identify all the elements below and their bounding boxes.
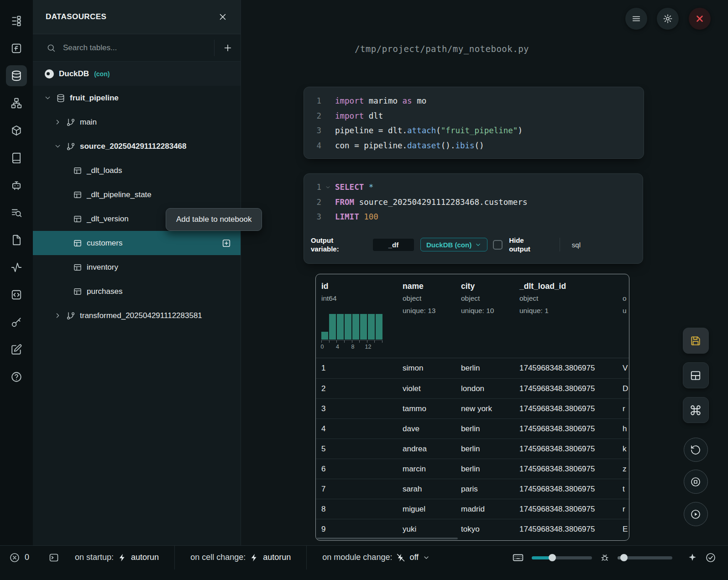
search-input[interactable] [62,43,214,53]
notebook-path[interactable]: /tmp/project/path/my_notebook.py [241,44,643,54]
language-label[interactable]: sql [572,241,581,249]
rail-packages-button[interactable] [0,117,33,144]
tree-item-source-schema[interactable]: source_202504291112283468 [33,134,241,158]
settings-button[interactable] [657,8,679,30]
table-cell: 1745968348.3806975 [519,399,595,419]
layout-button[interactable] [683,362,709,388]
rail-snippets-button[interactable] [0,281,33,308]
output-variable-input[interactable]: _df [373,239,414,251]
tree-item-label: purchases [87,287,122,296]
chevron-right-icon[interactable] [54,118,62,126]
debug-slider[interactable] [618,554,672,561]
terminal-icon[interactable] [48,552,59,563]
code-line[interactable]: pipeline = dlt.attach("fruit_pipeline") [335,126,523,135]
engine-dropdown[interactable]: DuckDB (con) [420,238,487,251]
tree-item-dlt-pipeline-state[interactable]: _dlt_pipeline_state [33,183,241,207]
chevron-down-icon[interactable] [54,142,62,150]
keyboard-icon[interactable] [512,552,524,564]
error-count: 0 [25,553,29,562]
database-icon [10,70,22,82]
on-module-change-setting[interactable]: on module change: off [322,553,430,562]
connection-alias: (con) [94,70,110,78]
on-cell-change-setting[interactable]: on cell change: autorun [190,553,291,562]
plus-icon [223,43,233,53]
save-button[interactable] [683,328,709,354]
divider [174,546,175,570]
tree-item-customers[interactable]: customers [33,231,241,255]
hide-output-checkbox[interactable] [493,240,503,250]
schema-icon [66,142,75,151]
code-line[interactable]: import dlt [335,111,383,120]
stop-button[interactable] [684,470,708,494]
tree-item-dlt-loads[interactable]: _dlt_loads [33,158,241,183]
code-line[interactable]: FROM source_202504291112283468.customers [335,198,527,207]
rail-tracing-button[interactable] [0,254,33,281]
table-cell: 1 [321,358,325,378]
table-cell: 5 [321,439,325,459]
chevron-right-icon[interactable] [54,312,62,319]
tree-item-label: _dlt_loads [87,166,122,175]
tree-item-label: inventory [87,263,118,272]
command-palette-button[interactable] [683,397,709,423]
add-datasource-button[interactable] [214,40,241,56]
sparkle-icon[interactable] [687,553,697,563]
fold-chevron-icon[interactable] [325,184,331,190]
table-cell: 2 [321,379,325,399]
tree-item-inventory[interactable]: inventory [33,255,241,279]
output-variable-bar: Output variable: _df DuckDB (con) Hide o… [304,230,643,259]
table-icon [73,287,82,296]
column-header-name[interactable]: name [403,282,435,292]
table-row: 1simonberlin1745968348.3806975V [316,358,629,378]
chevron-down-icon[interactable] [44,94,52,102]
keyboard-slider[interactable] [532,554,592,561]
tree-item-label: fruit_pipeline [70,94,119,103]
column-dtype: object [461,294,494,303]
code-line[interactable]: SELECT * [335,183,373,192]
table-cell: r [623,399,625,419]
python-cell[interactable]: 1import marimo as mo 2import dlt 3pipeli… [304,87,644,159]
tree-item-main[interactable]: main [33,110,241,134]
key-icon [10,316,22,328]
rail-functions-button[interactable] [0,35,33,62]
tree-item-purchases[interactable]: purchases [33,279,241,303]
code-line[interactable]: import marimo as mo [335,96,426,105]
add-table-to-notebook-button[interactable] [221,238,231,248]
run-button[interactable] [684,502,708,526]
command-icon [690,404,702,416]
column-header-id[interactable]: id [321,282,385,292]
table-body: 1simonberlin1745968348.3806975V2violetlo… [316,358,629,539]
rail-documentation-button[interactable] [0,226,33,254]
menu-button[interactable] [625,8,647,30]
schema-icon [66,118,75,127]
on-startup-setting[interactable]: on startup: autorun [75,553,159,562]
sql-cell[interactable]: 1 SELECT * 2FROM source_2025042911122834… [304,173,643,264]
tree-item-fruit-pipeline[interactable]: fruit_pipeline [33,86,241,110]
rail-robot-button[interactable] [0,172,33,199]
rail-secrets-button[interactable] [0,308,33,336]
rail-notebook-button[interactable] [0,144,33,172]
column-header-city[interactable]: city [461,282,494,292]
column-header-dlt-load-id[interactable]: _dlt_load_id [519,282,566,292]
code-line[interactable]: con = pipeline.dataset().ibis() [335,141,484,150]
rail-datasources-button[interactable] [0,62,33,89]
layout-icon [690,370,702,381]
rail-dependencies-button[interactable] [0,89,33,117]
column-header-clipped[interactable] [623,282,627,292]
rail-help-button[interactable] [0,363,33,391]
close-app-button[interactable] [689,8,711,30]
tree-item-transformed-schema[interactable]: transformed_202504291112283581 [33,303,241,328]
check-circle-icon[interactable] [705,552,716,563]
undo-button[interactable] [684,438,708,462]
code-line[interactable]: LIMIT 100 [335,212,378,221]
rail-scratchpad-button[interactable] [0,336,33,363]
on-startup-label: on startup: [75,553,114,562]
horizontal-scrollbar[interactable] [317,538,458,539]
connection-duckdb[interactable]: DuckDB (con) [33,62,241,86]
line-number: 4 [304,141,321,150]
rail-file-tree-button[interactable] [0,7,33,35]
errors-icon[interactable] [9,552,20,563]
bug-icon[interactable] [600,553,610,563]
close-panel-button[interactable] [218,12,228,22]
rail-logs-button[interactable] [0,199,33,226]
table-icon [73,214,82,224]
